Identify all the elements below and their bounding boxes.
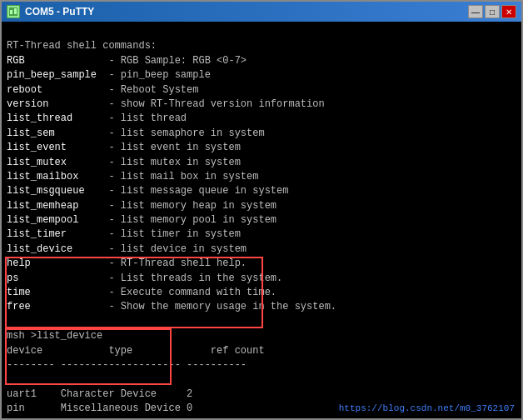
cmd-free: free - Show the memory usage in the syst… (7, 301, 336, 312)
cmd-help: help - RT-Thread shell help. (7, 258, 247, 269)
device-uart1: uart1 Character Device 2 (7, 388, 192, 400)
device-pin: pin Miscellaneous Device 0 (7, 402, 192, 414)
cmd-list-timer: list_timer - list timer in system (7, 228, 241, 240)
title-bar: COM5 - PuTTY — □ ✕ (2, 2, 521, 22)
cmd-list-memheap: list_memheap - list memory heap in syste… (7, 200, 276, 212)
blank-line2 (7, 373, 12, 385)
window-controls: — □ ✕ (468, 5, 516, 18)
restore-button[interactable]: □ (485, 5, 500, 18)
cmd-list-mailbox: list_mailbox - list mail box in system (7, 171, 258, 182)
cmd-ps: ps - List threads in the system. (7, 272, 282, 284)
cmd-list-event: list_event - list event in system (7, 142, 241, 153)
cmd-rgb: RGB - RGB Sample: RGB <0-7> (7, 55, 247, 67)
header-line: RT-Thread shell commands: (7, 40, 157, 52)
url-watermark: https://blog.csdn.net/m0_3762107 (339, 403, 515, 413)
list-device-cmd: msh >list_device (7, 330, 102, 342)
cmd-reboot: reboot - Reboot System (7, 84, 198, 96)
device-header: device type ref count (7, 345, 265, 357)
minimize-button[interactable]: — (468, 5, 483, 18)
terminal-area[interactable]: RT-Thread shell commands: RGB - RGB Samp… (2, 22, 521, 418)
svg-rect-2 (14, 8, 17, 14)
window-title: COM5 - PuTTY (25, 6, 94, 18)
putty-window: COM5 - PuTTY — □ ✕ RT-Thread shell comma… (0, 0, 523, 420)
title-bar-left: COM5 - PuTTY (7, 5, 94, 18)
svg-rect-1 (10, 10, 12, 14)
svg-rect-0 (8, 7, 18, 17)
beep-cmd: msh >pin_beep_sample (7, 418, 127, 418)
terminal-output: RT-Thread shell commands: RGB - RGB Samp… (7, 25, 516, 418)
close-button[interactable]: ✕ (501, 5, 516, 18)
cmd-list-mutex: list_mutex - list mutex in system (7, 157, 241, 168)
cmd-list-mempool: list_mempool - list memory pool in syste… (7, 214, 276, 226)
cmd-pin-beep-sample: pin_beep_sample - pin_beep sample (7, 69, 211, 81)
cmd-list-thread: list_thread - list thread (7, 112, 187, 124)
device-separator: -------- -------------------- ---------- (7, 359, 247, 371)
cmd-list-device: list_device - list device in system (7, 243, 247, 255)
blank-line (7, 316, 12, 328)
cmd-list-msgqueue: list_msgqueue - list message queue in sy… (7, 185, 288, 197)
cmd-time: time - Execute command with time. (7, 287, 276, 298)
cmd-list-sem: list_sem - list semaphore in system (7, 128, 265, 139)
window-icon (7, 5, 20, 18)
cmd-version: version - show RT-Thread version informa… (7, 98, 325, 110)
